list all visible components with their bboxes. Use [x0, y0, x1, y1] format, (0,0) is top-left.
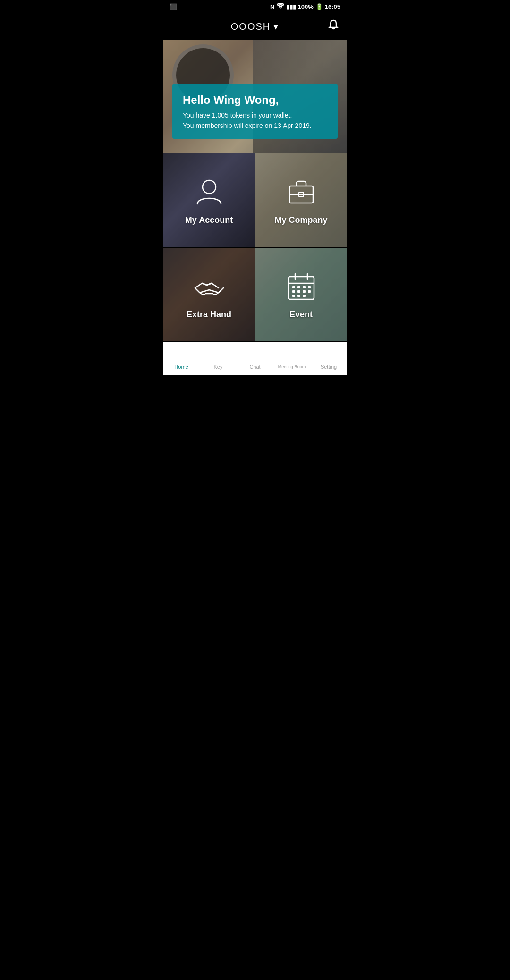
- my-account-tile[interactable]: My Account: [163, 153, 255, 247]
- svg-point-21: [327, 352, 330, 355]
- svg-rect-10: [303, 286, 306, 288]
- svg-rect-11: [308, 286, 311, 288]
- nfc-icon: N: [270, 3, 274, 10]
- tile-1-content: My Account: [185, 176, 233, 225]
- meeting-icon: [286, 348, 298, 363]
- hero-membership: You membership will expire on 13 Apr 201…: [183, 122, 327, 129]
- svg-rect-15: [308, 290, 311, 293]
- nav-home[interactable]: Home: [163, 342, 200, 375]
- svg-point-0: [203, 180, 216, 194]
- tile-4-label: Event: [289, 310, 313, 320]
- tile-2-content: My Company: [274, 176, 327, 225]
- svg-rect-17: [298, 295, 300, 297]
- svg-rect-13: [298, 290, 300, 293]
- menu-tiles-grid: My Account My Company: [163, 153, 347, 342]
- status-right: N ▮▮▮ 100% 🔋 16:05: [270, 3, 340, 11]
- svg-rect-9: [298, 286, 300, 288]
- hero-section: Hello Wing Wong, You have 1,005 tokens i…: [163, 40, 347, 153]
- nav-meeting-room[interactable]: Meeting Room: [273, 342, 310, 375]
- home-icon: [176, 348, 187, 362]
- hero-greeting: Hello Wing Wong,: [183, 93, 327, 107]
- nav-meeting-label: Meeting Room: [278, 364, 306, 369]
- wifi-icon: [277, 3, 284, 11]
- svg-rect-12: [292, 290, 295, 293]
- my-company-tile[interactable]: My Company: [255, 153, 347, 247]
- svg-rect-16: [292, 295, 295, 297]
- svg-rect-18: [303, 295, 306, 297]
- nav-key[interactable]: Key: [200, 342, 237, 375]
- account-icon: [193, 176, 226, 209]
- nav-chat[interactable]: Chat: [237, 342, 273, 375]
- battery-icon: 🔋: [315, 3, 323, 10]
- battery-text: 100%: [298, 3, 314, 10]
- status-bar: ⬛ N ▮▮▮ 100% 🔋 16:05: [163, 0, 347, 13]
- nav-setting[interactable]: Setting: [310, 342, 347, 375]
- app-title-group[interactable]: OOOSH ▾: [231, 21, 279, 32]
- bottom-navigation: Home Key Chat: [163, 342, 347, 375]
- tile-3-label: Extra Hand: [187, 310, 231, 320]
- app-header: OOOSH ▾: [163, 13, 347, 40]
- nav-setting-label: Setting: [321, 364, 337, 370]
- notification-bell-button[interactable]: [327, 19, 340, 34]
- chat-icon: [249, 348, 261, 362]
- svg-rect-8: [292, 286, 295, 288]
- nav-chat-label: Chat: [249, 364, 260, 370]
- status-left: ⬛: [170, 3, 177, 10]
- key-icon: [212, 348, 224, 362]
- app-title: OOOSH: [231, 21, 271, 32]
- company-icon: [285, 176, 318, 209]
- nav-home-label: Home: [174, 364, 188, 370]
- calendar-icon: [285, 270, 318, 303]
- tile-1-label: My Account: [185, 215, 233, 225]
- tile-2-label: My Company: [274, 215, 327, 225]
- hero-tokens: You have 1,005 tokens in your wallet.: [183, 111, 327, 119]
- camera-icon: ⬛: [170, 3, 177, 10]
- nav-key-label: Key: [214, 364, 223, 370]
- chevron-down-icon: ▾: [273, 21, 279, 32]
- setting-icon: [323, 348, 334, 362]
- handshake-icon: [193, 270, 226, 303]
- tile-3-content: Extra Hand: [187, 270, 231, 320]
- extra-hand-tile[interactable]: Extra Hand: [163, 247, 255, 342]
- svg-rect-14: [303, 290, 306, 293]
- tile-4-content: Event: [285, 270, 318, 320]
- time-display: 16:05: [325, 3, 340, 10]
- hero-info-card: Hello Wing Wong, You have 1,005 tokens i…: [172, 84, 338, 139]
- signal-icon: ▮▮▮: [286, 3, 296, 10]
- event-tile[interactable]: Event: [255, 247, 347, 342]
